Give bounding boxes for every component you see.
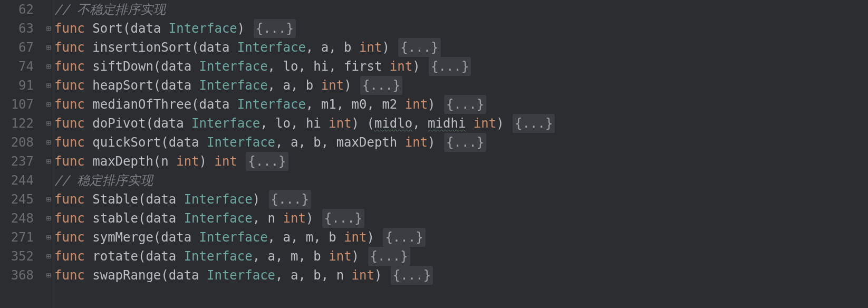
fold-placeholder[interactable]: {...} <box>368 247 410 266</box>
code-token <box>176 190 184 209</box>
code-line[interactable]: func doPivot(data Interface, lo, hi int)… <box>54 114 868 133</box>
code-token: Sort <box>92 19 123 38</box>
fold-placeholder[interactable]: {...} <box>383 228 425 247</box>
fold-expand-icon[interactable]: ⊞ <box>43 266 54 285</box>
code-token: data <box>169 266 199 285</box>
code-token: m <box>306 228 313 247</box>
code-token <box>397 133 404 152</box>
fold-expand-icon[interactable]: ⊞ <box>43 57 54 76</box>
code-token: b <box>329 228 336 247</box>
code-token <box>199 266 207 285</box>
code-token: a <box>291 133 298 152</box>
code-line[interactable]: func Stable(data Interface) {...} <box>54 190 868 209</box>
code-token <box>466 114 473 133</box>
code-line[interactable]: func insertionSort(data Interface, a, b … <box>54 38 868 57</box>
code-token <box>85 209 92 228</box>
line-number: 248 <box>5 209 34 228</box>
code-token: lo <box>275 114 291 133</box>
code-token: stable <box>92 209 138 228</box>
code-token: int <box>329 247 351 266</box>
code-area[interactable]: // 不稳定排序实现func Sort(data Interface) {...… <box>54 0 868 308</box>
fold-placeholder[interactable]: {...} <box>391 266 433 285</box>
code-token: , <box>329 57 344 76</box>
code-token: quickSort <box>92 133 161 152</box>
code-token: int <box>359 38 382 57</box>
fold-expand-icon[interactable]: ⊞ <box>43 247 54 266</box>
fold-expand-icon[interactable]: ⊞ <box>43 95 54 114</box>
fold-placeholder[interactable]: {...} <box>429 57 471 76</box>
fold-expand-icon[interactable]: ⊞ <box>43 38 54 57</box>
code-token: data <box>199 95 230 114</box>
code-token: b <box>313 133 321 152</box>
fold-placeholder[interactable]: {...} <box>444 95 486 114</box>
line-number: 368 <box>5 266 34 285</box>
fold-expand-icon[interactable]: ⊞ <box>43 209 54 228</box>
code-token <box>191 57 199 76</box>
code-line[interactable]: func medianOfThree(data Interface, m1, m… <box>54 95 868 114</box>
code-token <box>85 19 92 38</box>
code-line[interactable]: func maxDepth(n int) int {...} <box>54 152 868 171</box>
code-token: Interface <box>184 247 253 266</box>
code-token: , <box>336 95 352 114</box>
code-token: , <box>298 247 313 266</box>
code-line[interactable]: func stable(data Interface, n int) {...} <box>54 209 868 228</box>
code-token: , <box>306 95 321 114</box>
fold-placeholder[interactable]: {...} <box>322 209 364 228</box>
code-token: a <box>291 266 298 285</box>
code-line[interactable]: func swapRange(data Interface, a, b, n i… <box>54 266 868 285</box>
code-token <box>85 57 92 76</box>
code-token: ) <box>306 209 321 228</box>
fold-expand-icon[interactable]: ⊞ <box>43 228 54 247</box>
code-token: hi <box>313 57 329 76</box>
code-token: int <box>321 76 344 95</box>
code-token: , <box>268 76 283 95</box>
fold-placeholder[interactable]: {...} <box>254 19 296 38</box>
fold-expand-icon[interactable]: ⊞ <box>43 152 54 171</box>
line-number: 63 <box>5 19 34 38</box>
code-token: a <box>283 228 291 247</box>
code-token <box>85 266 92 285</box>
fold-expand-icon[interactable]: ⊞ <box>43 133 54 152</box>
line-number: 352 <box>5 247 34 266</box>
code-token <box>176 247 184 266</box>
fold-expand-icon[interactable]: ⊞ <box>43 190 54 209</box>
code-token: swapRange <box>92 266 161 285</box>
code-line[interactable]: func heapSort(data Interface, a, b int) … <box>54 76 868 95</box>
code-token: ) <box>367 228 382 247</box>
code-editor[interactable]: 6263677491107122208237244245248271352368… <box>0 0 868 308</box>
code-token: m2 <box>382 95 397 114</box>
code-token: , <box>253 209 268 228</box>
code-line[interactable]: func siftDown(data Interface, lo, hi, fi… <box>54 57 868 76</box>
code-token: func <box>54 228 85 247</box>
code-token <box>169 152 176 171</box>
code-token: ) <box>253 190 268 209</box>
fold-expand-icon[interactable]: ⊞ <box>43 114 54 133</box>
code-token <box>344 266 351 285</box>
code-token: Interface <box>169 19 237 38</box>
code-token: ) <box>344 76 359 95</box>
code-token: ) <box>374 266 390 285</box>
code-line[interactable]: // 稳定排序实现 <box>54 171 868 190</box>
code-line[interactable]: func quickSort(data Interface, a, b, max… <box>54 133 868 152</box>
code-line[interactable]: func rotate(data Interface, a, m, b int)… <box>54 247 868 266</box>
fold-placeholder[interactable]: {...} <box>444 133 486 152</box>
fold-placeholder[interactable]: {...} <box>360 76 402 95</box>
code-line[interactable]: func symMerge(data Interface, a, m, b in… <box>54 228 868 247</box>
code-token <box>321 247 329 266</box>
fold-placeholder[interactable]: {...} <box>398 38 440 57</box>
fold-placeholder[interactable]: {...} <box>513 114 555 133</box>
code-token: data <box>169 133 199 152</box>
code-line[interactable]: func Sort(data Interface) {...} <box>54 19 868 38</box>
code-token: rotate <box>92 247 138 266</box>
fold-placeholder[interactable]: {...} <box>269 190 311 209</box>
code-token: , <box>321 133 336 152</box>
fold-placeholder[interactable]: {...} <box>246 152 288 171</box>
fold-expand-icon[interactable]: ⊞ <box>43 76 54 95</box>
code-token: , <box>275 266 291 285</box>
code-token: b <box>344 38 351 57</box>
code-token: insertionSort <box>92 38 191 57</box>
code-line[interactable]: // 不稳定排序实现 <box>54 0 868 19</box>
code-token <box>321 114 329 133</box>
fold-expand-icon[interactable]: ⊞ <box>43 19 54 38</box>
code-token: , <box>412 114 428 133</box>
